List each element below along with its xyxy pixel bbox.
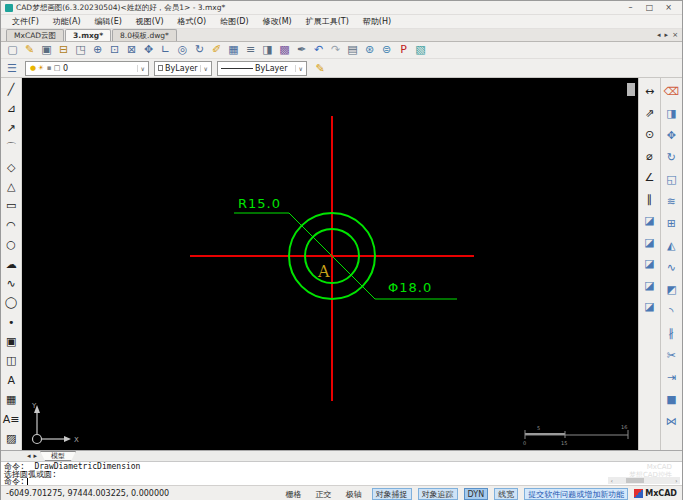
offset-tool-icon[interactable]: ≋ bbox=[661, 191, 682, 213]
print-icon[interactable]: ▤ bbox=[344, 42, 361, 58]
cube-3d-tool-icon[interactable]: ■ bbox=[661, 389, 682, 411]
arc-tool-icon[interactable]: ⌒ bbox=[1, 138, 21, 157]
layout-next-icon[interactable]: ▸ bbox=[34, 452, 38, 460]
menu-function[interactable]: 功能(A) bbox=[46, 16, 88, 27]
layer-copy-icon[interactable]: ◨ bbox=[259, 42, 276, 58]
layers-manager-icon[interactable]: ☰ bbox=[4, 62, 20, 75]
color-dropdown[interactable]: ByLayer ∨ bbox=[154, 61, 212, 76]
polygon-tool-icon[interactable]: ◇ bbox=[1, 158, 21, 177]
open-folder-icon[interactable]: ⊟ bbox=[55, 42, 72, 58]
tab-close-icon[interactable]: × bbox=[672, 31, 678, 39]
feedback-link[interactable]: 提交软件问题或增加新功能 bbox=[524, 488, 628, 500]
toggle-lineweight[interactable]: 线宽 bbox=[494, 488, 518, 500]
ucs-icon[interactable]: ∟ bbox=[157, 42, 174, 58]
save-icon[interactable]: ▣ bbox=[38, 42, 55, 58]
web-icon[interactable]: ⊛ bbox=[361, 42, 378, 58]
save-as-icon[interactable]: ◳ bbox=[72, 42, 89, 58]
view-rotate-icon[interactable]: ↻ bbox=[191, 42, 208, 58]
save-edit-icon[interactable]: ✒ bbox=[293, 42, 310, 58]
menu-draw[interactable]: 绘图(D) bbox=[213, 16, 255, 27]
copy-tool-icon[interactable]: ◨ bbox=[661, 103, 682, 125]
fillet-tool-icon[interactable]: ◝ bbox=[661, 301, 682, 323]
block-insert-icon[interactable]: ◫ bbox=[1, 351, 21, 370]
polyline-tool-icon[interactable]: ⊿ bbox=[1, 99, 21, 118]
toggle-otrack[interactable]: 对象追踪 bbox=[418, 488, 458, 500]
layer-isolate-icon[interactable]: ◪ bbox=[640, 275, 660, 297]
dim-radius-icon[interactable]: ⊙ bbox=[640, 124, 660, 146]
new-file-icon[interactable]: ▢ bbox=[4, 42, 21, 58]
rectangle-tool-icon[interactable]: ▭ bbox=[1, 196, 21, 215]
toggle-dyn[interactable]: DYN bbox=[464, 488, 489, 500]
zoom-extents-icon[interactable]: ⊕ bbox=[89, 42, 106, 58]
toggle-osnap[interactable]: 对象捕捉 bbox=[372, 488, 412, 500]
center-label-text[interactable]: A bbox=[317, 262, 330, 281]
revcloud-tool-icon[interactable]: ☁ bbox=[1, 255, 21, 274]
command-line-panel[interactable]: 命令: _DrawDiametricDimension 选择圆弧或圆: 命令: … bbox=[1, 461, 682, 485]
line-tool-icon[interactable]: ╱ bbox=[1, 80, 21, 99]
menu-format[interactable]: 格式(O) bbox=[171, 16, 214, 27]
attribute-tool-icon[interactable]: A≡ bbox=[1, 410, 21, 429]
linetype-manager-icon[interactable]: ≡ bbox=[242, 42, 259, 58]
trim-tool-icon[interactable]: ✂ bbox=[661, 345, 682, 367]
polygon-edge-tool-icon[interactable]: △ bbox=[1, 177, 21, 196]
tab-template-dwg[interactable]: 8.0模板.dwg* bbox=[112, 29, 177, 41]
scroll-right-icon[interactable]: › bbox=[672, 477, 680, 484]
close-button[interactable]: × bbox=[659, 3, 678, 12]
palette-icon[interactable]: ▩ bbox=[276, 42, 293, 58]
spline-tool-icon[interactable]: ∿ bbox=[1, 274, 21, 293]
array-tool-icon[interactable]: ⊞ bbox=[661, 213, 682, 235]
scroll-thumb[interactable] bbox=[626, 478, 644, 483]
point-tool-icon[interactable]: • bbox=[1, 313, 21, 332]
chamfer-tool-icon[interactable]: ◩ bbox=[661, 279, 682, 301]
rotate-tool-icon[interactable]: ↻ bbox=[661, 147, 682, 169]
sketch-icon[interactable]: ✎ bbox=[21, 42, 38, 58]
layer-merge-icon[interactable]: ◪ bbox=[640, 253, 660, 275]
tab-scroll-left-icon[interactable]: ◂ bbox=[657, 31, 661, 39]
zoom-dynamic-icon[interactable]: ⊠ bbox=[123, 42, 140, 58]
dim-angular-icon[interactable]: ∠ bbox=[640, 167, 660, 189]
toggle-polar[interactable]: 极轴 bbox=[342, 488, 366, 500]
image-tool-icon[interactable]: ▦ bbox=[1, 390, 21, 409]
tab-model[interactable]: 模型 bbox=[40, 451, 76, 461]
menu-file[interactable]: 文件(F) bbox=[5, 16, 46, 27]
canvas-vscroll-thumb[interactable] bbox=[627, 83, 635, 96]
hatch-tool-icon[interactable]: ▨ bbox=[1, 429, 21, 448]
dim-aligned-icon[interactable]: ⇗ bbox=[640, 103, 660, 125]
circle-tool-icon[interactable]: ○ bbox=[1, 235, 21, 254]
maximize-button[interactable]: □ bbox=[640, 3, 659, 12]
toggle-grid[interactable]: 栅格 bbox=[282, 488, 306, 500]
zoom-object-icon[interactable]: ◎ bbox=[174, 42, 191, 58]
dim-linear-icon[interactable]: ↔ bbox=[640, 81, 660, 103]
copy-to-layer-icon[interactable]: ◪ bbox=[640, 232, 660, 254]
draw-order-icon[interactable]: ✐ bbox=[208, 42, 225, 58]
dim-diameter-icon[interactable]: ⌀ bbox=[640, 146, 660, 168]
join-tool-icon[interactable]: ⋈ bbox=[661, 411, 682, 433]
extend-tool-icon[interactable]: ⇥ bbox=[661, 367, 682, 389]
quick-draw-pencil-icon[interactable]: ✎ bbox=[312, 62, 328, 75]
toggle-ortho[interactable]: 正交 bbox=[312, 488, 336, 500]
command-hscrollbar[interactable]: ‹ › bbox=[608, 477, 680, 484]
move-tool-icon[interactable]: ✥ bbox=[661, 125, 682, 147]
break-tool-icon[interactable]: ∦ bbox=[661, 323, 682, 345]
erase-tool-icon[interactable]: ⌫ bbox=[661, 81, 682, 103]
text-tool-icon[interactable]: A bbox=[1, 371, 21, 390]
redo-icon[interactable]: ↷ bbox=[327, 42, 344, 58]
tab-scroll-right-icon[interactable]: ▸ bbox=[665, 31, 669, 39]
pan-icon[interactable]: ✥ bbox=[140, 42, 157, 58]
menu-edit[interactable]: 编辑(E) bbox=[88, 16, 129, 27]
menu-help[interactable]: 帮助(H) bbox=[356, 16, 398, 27]
arc-3p-tool-icon[interactable]: ◠ bbox=[1, 216, 21, 235]
ellipse-tool-icon[interactable]: ◯ bbox=[1, 293, 21, 312]
drawing-viewport[interactable]: R15.0 Φ18.0 A Y X bbox=[22, 78, 638, 450]
drawing-canvas[interactable]: R15.0 Φ18.0 A Y X bbox=[22, 78, 638, 450]
layer-off-icon[interactable]: ◪ bbox=[640, 296, 660, 318]
menu-view[interactable]: 视图(V) bbox=[129, 16, 171, 27]
menu-modify[interactable]: 修改(M) bbox=[256, 16, 299, 27]
spline-edit-tool-icon[interactable]: ∿ bbox=[661, 257, 682, 279]
color-table-icon[interactable]: ▦ bbox=[225, 42, 242, 58]
linetype-dropdown[interactable]: ByLayer ∨ bbox=[217, 61, 307, 76]
web-publish-icon[interactable]: ⊜ bbox=[378, 42, 395, 58]
ray-tool-icon[interactable]: ↗ bbox=[1, 119, 21, 138]
pdf-export-icon[interactable]: P bbox=[395, 42, 412, 58]
scale-tool-icon[interactable]: ◱ bbox=[661, 169, 682, 191]
